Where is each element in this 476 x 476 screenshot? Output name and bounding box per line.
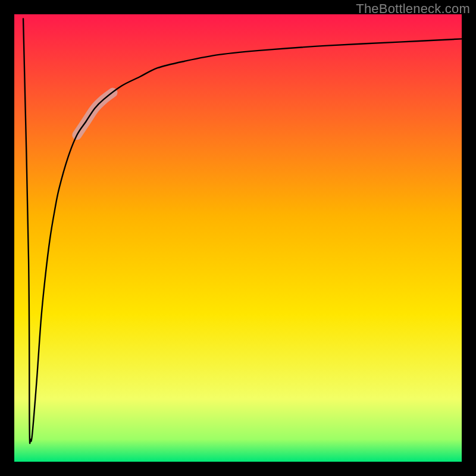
watermark-text: TheBottleneck.com	[356, 1, 470, 17]
chart-background-gradient	[14, 14, 462, 462]
bottleneck-chart	[0, 0, 476, 476]
chart-container: TheBottleneck.com	[0, 0, 476, 476]
